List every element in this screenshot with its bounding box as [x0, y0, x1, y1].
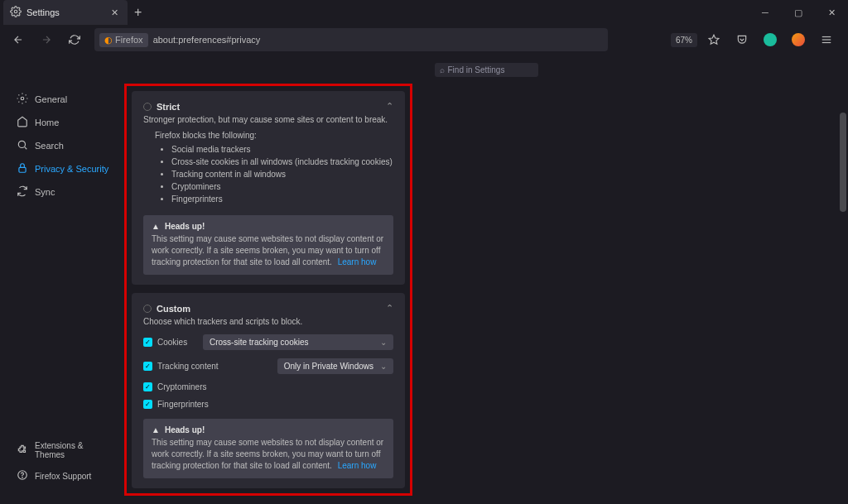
learn-how-link[interactable]: Learn how — [338, 257, 377, 266]
bullet-item: Fingerprinters — [171, 193, 393, 205]
search-icon: ⌕ — [440, 65, 445, 74]
scrollbar-thumb[interactable] — [840, 113, 846, 212]
sidebar-footer-label: Extensions & Themes — [35, 441, 114, 459]
custom-title: Custom — [157, 304, 190, 314]
strict-desc: Stronger protection, but may cause some … — [143, 115, 393, 124]
crypto-checkbox[interactable]: ✓ — [143, 382, 152, 391]
custom-radio[interactable] — [143, 305, 152, 313]
sidebar-footer-label: Firefox Support — [35, 472, 91, 481]
pocket-icon[interactable] — [730, 28, 754, 51]
puzzle-icon — [17, 444, 28, 457]
chevron-down-icon: ⌄ — [380, 362, 387, 371]
address-bar[interactable]: ◐ Firefox about:preferences#privacy — [94, 28, 608, 51]
sidebar-item-label: General — [35, 94, 67, 104]
sidebar-item-label: Sync — [35, 187, 55, 197]
cookies-checkbox[interactable]: ✓ — [143, 338, 152, 347]
reload-button[interactable] — [63, 28, 86, 51]
home-icon — [17, 116, 28, 129]
tracking-checkbox[interactable]: ✓ — [143, 362, 152, 371]
sidebar-item-label: Privacy & Security — [35, 164, 108, 174]
bullet-item: Tracking content in all windows — [171, 168, 393, 180]
svg-line-7 — [25, 147, 27, 150]
extension-green-dot[interactable] — [759, 28, 782, 51]
strict-bullets: Social media trackers Cross-site cookies… — [171, 143, 393, 205]
cookies-row: ✓ Cookies Cross-site tracking cookies ⌄ — [143, 334, 393, 350]
extension-orange-dot[interactable] — [787, 28, 810, 51]
learn-how-link[interactable]: Learn how — [338, 461, 377, 470]
tracking-select[interactable]: Only in Private Windows ⌄ — [277, 358, 393, 374]
bullet-item: Social media trackers — [171, 143, 393, 156]
close-window-button[interactable]: ✕ — [815, 0, 848, 25]
sync-icon — [17, 185, 28, 199]
tab-title: Settings — [26, 7, 104, 17]
url-text: about:preferences#privacy — [153, 35, 261, 45]
sidebar-item-label: Search — [35, 141, 64, 151]
gear-icon — [10, 6, 22, 19]
chevron-up-icon[interactable]: ⌃ — [386, 303, 393, 314]
search-icon — [17, 139, 28, 152]
sidebar-item-search[interactable]: Search — [13, 134, 118, 157]
strict-notice: ▲ Heads up! This setting may cause some … — [143, 215, 393, 275]
finger-label: Fingerprinters — [157, 400, 209, 409]
svg-rect-8 — [19, 167, 26, 172]
sidebar-item-sync[interactable]: Sync — [13, 180, 118, 204]
settings-search-input[interactable]: ⌕ Find in Settings — [435, 63, 538, 77]
chevron-up-icon[interactable]: ⌃ — [386, 101, 393, 112]
custom-panel: Custom ⌃ Choose which trackers and scrip… — [132, 293, 405, 488]
bookmark-star-icon[interactable] — [702, 28, 725, 51]
tracking-row: ✓ Tracking content Only in Private Windo… — [143, 358, 393, 374]
strict-title: Strict — [157, 102, 180, 112]
close-tab-icon[interactable]: ✕ — [108, 7, 121, 18]
browser-tab[interactable]: Settings ✕ — [3, 0, 128, 25]
lock-icon — [17, 162, 28, 175]
warning-icon: ▲ — [152, 425, 160, 434]
firefox-badge: ◐ Firefox — [99, 33, 148, 47]
crypto-label: Cryptominers — [157, 382, 206, 391]
forward-button[interactable] — [35, 28, 58, 51]
notice-title: Heads up! — [165, 222, 205, 231]
svg-point-5 — [21, 97, 24, 100]
new-tab-button[interactable]: + — [128, 5, 148, 20]
sidebar-item-home[interactable]: Home — [13, 111, 118, 134]
chevron-down-icon: ⌄ — [380, 338, 387, 347]
maximize-button[interactable]: ▢ — [782, 0, 815, 25]
custom-notice: ▲ Heads up! This setting may cause some … — [143, 419, 393, 478]
cookies-select-value: Cross-site tracking cookies — [210, 338, 308, 347]
warning-icon: ▲ — [152, 222, 160, 231]
zoom-indicator[interactable]: 67% — [671, 33, 697, 47]
app-menu-icon[interactable] — [815, 28, 838, 51]
cookies-select[interactable]: Cross-site tracking cookies ⌄ — [203, 334, 393, 350]
bullet-item: Cross-site cookies in all windows (inclu… — [171, 156, 393, 168]
search-placeholder: Find in Settings — [448, 65, 505, 74]
zoom-value: 67% — [676, 36, 692, 45]
sidebar-item-privacy[interactable]: Privacy & Security — [13, 157, 118, 180]
svg-point-10 — [22, 478, 23, 478]
minimize-button[interactable]: ─ — [749, 0, 782, 25]
tracking-label: Tracking content — [157, 362, 219, 371]
notice-title: Heads up! — [165, 425, 205, 434]
firefox-icon: ◐ — [104, 35, 113, 46]
bullet-item: Cryptominers — [171, 180, 393, 193]
sidebar-item-general[interactable]: General — [13, 88, 118, 111]
svg-point-6 — [18, 141, 25, 147]
back-button[interactable] — [7, 28, 30, 51]
sidebar-footer-support[interactable]: Firefox Support — [13, 464, 118, 487]
sidebar-footer-extensions[interactable]: Extensions & Themes — [13, 436, 118, 464]
crypto-row: ✓ Cryptominers — [143, 382, 393, 391]
strict-radio[interactable] — [143, 103, 152, 111]
svg-marker-1 — [709, 35, 719, 44]
svg-point-0 — [14, 10, 17, 13]
cookies-label: Cookies — [157, 338, 187, 347]
firefox-badge-label: Firefox — [115, 35, 143, 45]
custom-desc: Choose which trackers and scripts to blo… — [143, 317, 393, 326]
strict-panel: Strict ⌃ Stronger protection, but may ca… — [132, 91, 405, 285]
highlighted-region: Strict ⌃ Stronger protection, but may ca… — [124, 84, 412, 496]
strict-blocks-label: Firefox blocks the following: — [155, 131, 393, 140]
tracking-select-value: Only in Private Windows — [284, 362, 373, 371]
gear-icon — [17, 93, 28, 106]
finger-checkbox[interactable]: ✓ — [143, 400, 152, 409]
finger-row: ✓ Fingerprinters — [143, 400, 393, 409]
help-icon — [17, 469, 28, 482]
sidebar-item-label: Home — [35, 118, 59, 127]
